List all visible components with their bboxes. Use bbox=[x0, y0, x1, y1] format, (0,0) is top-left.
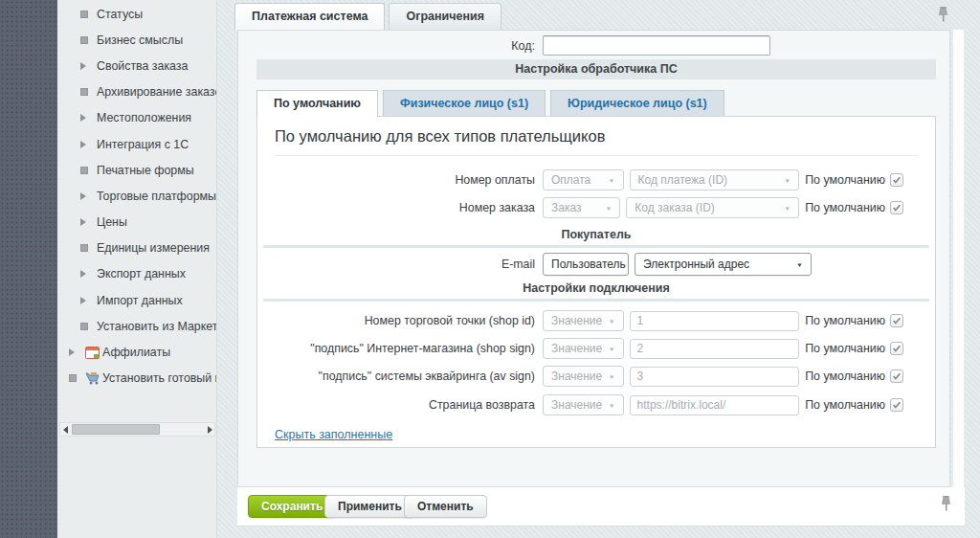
shop-sign-row: "подпись" Интернет-магазина (shop sign) … bbox=[275, 337, 903, 360]
square-bullet-icon bbox=[80, 88, 97, 96]
buyer-section-heading: Покупатель bbox=[257, 228, 935, 241]
form-panel: Код: Настройка обработчика ПС По умолчан… bbox=[237, 30, 950, 487]
sidebar-item-label: Бизнес смыслы bbox=[97, 34, 183, 47]
square-bullet-icon bbox=[80, 36, 97, 44]
subtab-legal-entity[interactable]: Юридическое лицо (s1) bbox=[550, 90, 724, 116]
sidebar-item-label: Местоположения bbox=[97, 111, 191, 124]
subtab-default[interactable]: По умолчанию bbox=[256, 90, 378, 117]
payment-type-select[interactable]: Оплата bbox=[543, 169, 624, 191]
sidebar-item-locations[interactable]: Местоположения bbox=[57, 105, 216, 131]
sidebar-horizontal-scrollbar[interactable] bbox=[59, 422, 215, 437]
sidebar-item-label: Архивирование заказов bbox=[97, 85, 216, 99]
arrow-bullet-icon bbox=[80, 62, 97, 70]
default-checkbox-label: По умолчанию bbox=[805, 370, 885, 383]
order-number-row: Номер заказа Заказ Код заказа (ID) По ум… bbox=[275, 196, 903, 219]
divider bbox=[275, 155, 918, 156]
sidebar-item-install-from-marketplace[interactable]: Установить из Маркетплейс bbox=[57, 313, 216, 339]
connection-section-heading: Настройки подключения bbox=[257, 281, 935, 295]
av-sign-type-select[interactable]: Значение bbox=[543, 366, 624, 387]
scroll-left-arrow-icon[interactable] bbox=[60, 423, 70, 436]
sidebar-item-order-archiving[interactable]: Архивирование заказов bbox=[57, 79, 216, 105]
shopping-cart-icon bbox=[85, 371, 102, 385]
shop-sign-default-checkbox[interactable] bbox=[890, 342, 903, 355]
email-field-select[interactable]: Электронный адрес bbox=[635, 253, 812, 276]
content-scrollbar-track[interactable] bbox=[952, 30, 965, 527]
form-title: По умолчанию для всех типов плательщиков bbox=[275, 127, 605, 146]
default-checkbox-label: По умолчанию bbox=[805, 314, 885, 327]
subtab-individual[interactable]: Физическое лицо (s1) bbox=[383, 90, 546, 116]
scroll-right-arrow-icon[interactable] bbox=[205, 423, 214, 436]
default-checkbox-label: По умолчанию bbox=[805, 342, 885, 355]
sidebar-item-measurement-units[interactable]: Единицы измерения bbox=[57, 235, 216, 261]
default-checkbox-label: По умолчанию bbox=[805, 398, 885, 412]
hide-filled-link[interactable]: Скрыть заполненные bbox=[275, 428, 392, 441]
sidebar-item-statuses[interactable]: Статусы bbox=[57, 1, 216, 27]
av-sign-input[interactable] bbox=[630, 367, 800, 387]
sidebar-item-prices[interactable]: Цены bbox=[57, 210, 216, 235]
shop-sign-input[interactable] bbox=[630, 339, 800, 359]
order-code-select[interactable]: Код заказа (ID) bbox=[626, 197, 799, 218]
sidebar-item-label: Торговые платформы bbox=[97, 190, 216, 203]
scrollbar-thumb[interactable] bbox=[72, 424, 160, 435]
sidebar-item-affiliates[interactable]: Аффилиаты bbox=[57, 339, 216, 365]
field-label: "подпись" системы эквайринга (av sign) bbox=[275, 370, 535, 383]
section-divider bbox=[263, 245, 929, 248]
sidebar-item-label: Статусы bbox=[97, 8, 143, 21]
return-page-type-select[interactable]: Значение bbox=[543, 394, 624, 415]
sidebar-item-install-ready-store[interactable]: Установить готовый магазин bbox=[57, 366, 216, 392]
default-settings-box: По умолчанию для всех типов плательщиков… bbox=[256, 116, 936, 448]
square-bullet-icon bbox=[80, 323, 97, 330]
sidebar-item-label: Интеграция с 1С bbox=[97, 138, 189, 151]
sidebar-item-label: Импорт данных bbox=[97, 294, 183, 307]
shop-id-type-select[interactable]: Значение bbox=[543, 310, 624, 331]
return-page-row: Страница возврата Значение По умолчанию bbox=[275, 393, 903, 416]
save-button[interactable]: Сохранить bbox=[248, 495, 336, 518]
sidebar-item-label: Установить из Маркетплейс bbox=[97, 320, 216, 333]
email-row: E-mail Пользователь Электронный адрес bbox=[275, 252, 903, 277]
main-area: Платежная система Ограничения Код: Настр… bbox=[217, 0, 980, 538]
sidebar-item-order-properties[interactable]: Свойства заказа bbox=[57, 53, 216, 78]
sidebar-item-1c-integration[interactable]: Интеграция с 1С bbox=[57, 131, 216, 157]
panel-pin-icon[interactable] bbox=[937, 6, 950, 25]
arrow-bullet-icon bbox=[69, 348, 85, 356]
av-sign-row: "подпись" системы эквайринга (av sign) З… bbox=[275, 365, 903, 388]
shop-id-default-checkbox[interactable] bbox=[890, 314, 903, 327]
code-input[interactable] bbox=[543, 35, 770, 56]
arrow-bullet-icon bbox=[80, 192, 97, 200]
sidebar-item-trading-platforms[interactable]: Торговые платформы bbox=[57, 183, 216, 209]
av-sign-default-checkbox[interactable] bbox=[890, 370, 903, 383]
payment-code-select[interactable]: Код платежа (ID) bbox=[630, 169, 800, 191]
default-checkbox-label: По умолчанию bbox=[805, 201, 885, 214]
section-divider bbox=[263, 299, 929, 302]
return-page-input[interactable] bbox=[630, 395, 800, 415]
arrow-bullet-icon bbox=[80, 218, 97, 226]
square-bullet-icon bbox=[69, 374, 85, 382]
arrow-bullet-icon bbox=[80, 114, 97, 122]
tab-restrictions[interactable]: Ограничения bbox=[389, 3, 501, 30]
field-label: Номер торговой точки (shop id) bbox=[275, 314, 535, 327]
sidebar-menu: Статусы Бизнес смыслы Свойства заказа Ар… bbox=[57, 0, 217, 538]
arrow-bullet-icon bbox=[80, 141, 97, 148]
sidebar-item-business-meanings[interactable]: Бизнес смыслы bbox=[57, 27, 216, 53]
return-page-default-checkbox[interactable] bbox=[890, 398, 903, 412]
page-tabs: Платежная система Ограничения bbox=[234, 3, 501, 30]
cancel-button[interactable]: Отменить bbox=[404, 495, 487, 518]
payment-default-checkbox[interactable] bbox=[890, 173, 903, 187]
sidebar-item-label: Свойства заказа bbox=[97, 59, 188, 73]
square-bullet-icon bbox=[80, 167, 97, 174]
shop-id-input[interactable] bbox=[630, 311, 800, 331]
shop-sign-type-select[interactable]: Значение bbox=[543, 338, 624, 359]
email-source-select[interactable]: Пользователь bbox=[543, 253, 629, 276]
apply-button[interactable]: Применить bbox=[324, 495, 415, 518]
sidebar-item-data-import[interactable]: Импорт данных bbox=[57, 287, 216, 313]
tab-payment-system[interactable]: Платежная система bbox=[234, 3, 385, 30]
sidebar-item-data-export[interactable]: Экспорт данных bbox=[57, 261, 216, 287]
sidebar-item-print-forms[interactable]: Печатные формы bbox=[57, 157, 216, 183]
order-default-checkbox[interactable] bbox=[890, 201, 903, 214]
handler-section-header: Настройка обработчика ПС bbox=[256, 59, 936, 79]
order-type-select[interactable]: Заказ bbox=[543, 197, 620, 218]
affiliates-window-icon bbox=[85, 347, 102, 359]
field-label: Номер заказа bbox=[275, 201, 535, 214]
footer-pin-icon[interactable] bbox=[940, 495, 953, 514]
shop-id-row: Номер торговой точки (shop id) Значение … bbox=[275, 309, 903, 332]
